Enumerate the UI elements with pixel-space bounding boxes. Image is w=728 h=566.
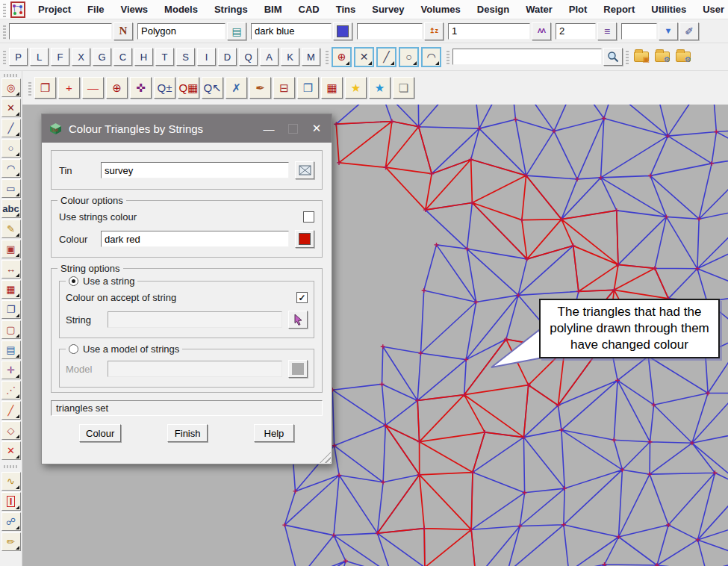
create-text-button[interactable]: abc (1, 199, 21, 218)
delete-view-strings-button[interactable]: ✗ (225, 77, 247, 99)
image-point-button[interactable]: ▣ (1, 240, 21, 258)
menu-report[interactable]: Report (595, 0, 643, 19)
string-pick-button[interactable] (288, 311, 308, 329)
toolbar-grip[interactable] (28, 81, 31, 96)
app-icon[interactable] (10, 1, 25, 18)
shared-star-button[interactable]: ★ (369, 77, 391, 99)
search-button[interactable] (603, 48, 623, 66)
measure-button[interactable]: ↔ (1, 260, 21, 279)
toolbar-grip[interactable] (326, 49, 329, 64)
cad-linestyle-button[interactable]: ≡ (597, 22, 617, 40)
view-window-tool-button[interactable]: ❐ (1, 300, 21, 319)
create-rectangle-button[interactable]: ▭ (1, 179, 21, 198)
menu-user[interactable]: User (694, 0, 728, 19)
cad-colour-input[interactable] (251, 23, 332, 40)
menu-strings[interactable]: Strings (206, 0, 256, 19)
menubar-grip[interactable] (3, 2, 6, 17)
cad-colour-swatch-button[interactable] (333, 22, 352, 40)
colour-segment-tool-button[interactable]: ╱ (1, 401, 21, 420)
text-style-tool-button[interactable]: I (1, 492, 21, 511)
function-key-f[interactable]: F (51, 48, 69, 66)
snap-point-button[interactable]: ⊕ (332, 47, 352, 67)
close-button[interactable]: ✕ (305, 122, 329, 135)
function-key-p[interactable]: P (9, 48, 28, 66)
menu-plot[interactable]: Plot (561, 0, 596, 19)
tin-input[interactable] (101, 162, 289, 178)
minimize-button[interactable]: — (257, 122, 281, 135)
grid-tool-button[interactable]: ▦ (1, 280, 21, 299)
settings-folder-button[interactable]: ⚙ (653, 47, 672, 66)
snap-segment-button[interactable]: ╱ (376, 47, 396, 67)
menu-models[interactable]: Models (156, 0, 206, 19)
cad-height-button[interactable]: ↥z (424, 22, 444, 40)
create-symbol-button[interactable]: ✎ (1, 220, 21, 238)
function-key-g[interactable]: G (93, 48, 111, 66)
snap-point-tool-button[interactable]: ◎ (1, 78, 21, 97)
drawing-canvas[interactable]: The triangles that had the polyline draw… (22, 105, 728, 566)
move-tool-button[interactable]: ✛ (1, 361, 21, 379)
view-menu-button[interactable]: ❐ (34, 77, 56, 99)
function-key-x[interactable]: X (72, 48, 90, 66)
colour-input[interactable] (101, 231, 289, 247)
library-folder-button[interactable]: ⚙ (673, 47, 693, 66)
finish-button[interactable]: Finish (167, 424, 208, 442)
toolbar-grip[interactable] (3, 24, 6, 39)
create-circle-button[interactable]: ○ (1, 139, 21, 158)
colour-on-accept-checkbox[interactable]: ✓ (296, 292, 308, 303)
view-grid-button[interactable]: ▦ (321, 77, 343, 99)
snap-circle-button[interactable]: ○ (399, 47, 419, 67)
copy-view-button[interactable]: ❒ (297, 77, 319, 99)
function-key-d[interactable]: D (218, 48, 237, 66)
cad-model-button[interactable]: ▤ (227, 22, 246, 40)
use-a-string-radio[interactable] (69, 276, 78, 286)
cad-linestyle-input[interactable] (556, 23, 596, 40)
zoom-previous-button[interactable]: Q↖ (202, 77, 223, 99)
delete-points-tool-button[interactable]: ✕ (1, 441, 21, 460)
dialog-titlebar[interactable]: 12d Colour Triangles by Strings — ✕ (42, 114, 332, 143)
rail-grip[interactable] (4, 74, 19, 77)
menu-survey[interactable]: Survey (364, 0, 412, 19)
cad-name-button[interactable]: N (113, 22, 133, 40)
string-input[interactable] (108, 311, 282, 328)
create-line-button[interactable]: ╱ (1, 119, 21, 137)
pan-button[interactable]: ✜ (130, 77, 152, 99)
zoom-extents-button[interactable]: ⊕ (106, 77, 128, 99)
use-strings-colour-checkbox[interactable] (303, 211, 314, 223)
colour-swatch-button[interactable] (295, 230, 314, 248)
cad-name-input[interactable] (9, 23, 112, 40)
cad-weight-button[interactable]: ΛΛ (532, 22, 551, 40)
menu-design[interactable]: Design (469, 0, 517, 19)
view-remove-button[interactable]: — (82, 77, 104, 99)
toolbar-grip[interactable] (626, 49, 629, 64)
function-key-s[interactable]: S (176, 48, 195, 66)
function-key-c[interactable]: C (113, 48, 132, 66)
function-key-a[interactable]: A (260, 48, 279, 66)
tin-picker-button[interactable] (295, 161, 314, 179)
menu-file[interactable]: File (79, 0, 112, 19)
polygon-nodes-tool-button[interactable]: ◇ (1, 421, 21, 440)
cad-height-input[interactable] (357, 23, 423, 40)
function-key-h[interactable]: H (134, 48, 153, 66)
plot-button[interactable]: ⊟ (273, 77, 295, 99)
function-key-t[interactable]: T (155, 48, 174, 66)
models-folder-button[interactable]: ▣ (632, 47, 651, 66)
menu-tins[interactable]: Tins (328, 0, 364, 19)
view-add-button[interactable]: + (58, 77, 80, 99)
menu-views[interactable]: Views (112, 0, 156, 19)
cad-tinable-dropdown-button[interactable]: ▼ (659, 22, 678, 40)
image-tool-button[interactable]: ▤ (1, 340, 21, 359)
colour-button[interactable]: Colour (79, 424, 121, 442)
snap-cross-tool-button[interactable]: ✕ (1, 99, 21, 117)
use-model-radio[interactable] (69, 344, 78, 354)
zoom-all-button[interactable]: Q▦ (178, 77, 199, 99)
polygon-tool-button[interactable]: ▢ (1, 320, 21, 339)
create-arc-button[interactable]: ◠ (1, 159, 21, 178)
toolbar-grip[interactable] (447, 49, 449, 64)
menu-cad[interactable]: CAD (290, 0, 328, 19)
cad-weight-input[interactable] (448, 23, 530, 40)
menu-project[interactable]: Project (30, 0, 79, 19)
point-line-tool-button[interactable]: ⋰ (1, 381, 21, 399)
help-button[interactable]: Help (254, 424, 294, 442)
menu-volumes[interactable]: Volumes (413, 0, 469, 19)
function-key-m[interactable]: M (302, 48, 320, 66)
